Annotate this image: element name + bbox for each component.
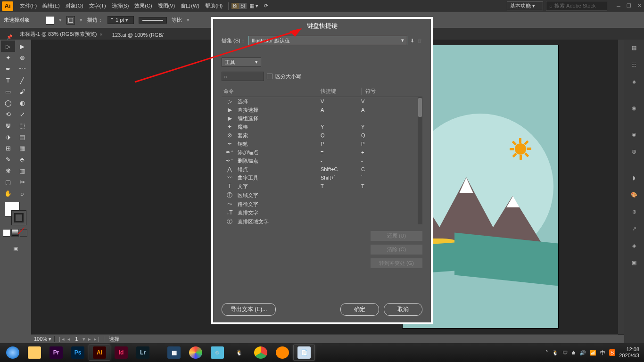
workspace-select[interactable]: 基本功能 ▾ [507,1,543,10]
graph-tool[interactable]: ▥ [15,165,29,176]
shape-builder-tool[interactable]: ⬗ [1,131,15,142]
table-row[interactable]: Ⓣ区域文字 [222,190,422,200]
artboard-tool[interactable]: ▢ [1,176,15,188]
set-select[interactable]: Illustrator 默认值 ▾ [248,36,407,45]
mesh-tool[interactable]: ⊞ [1,142,15,154]
panel-stroke-icon[interactable]: ⊚ [629,206,639,217]
table-row[interactable]: 〰曲率工具Shift+`` [222,173,422,182]
stock-icon[interactable]: St [239,3,246,9]
menu-effect[interactable]: 效果(C) [132,2,155,9]
stroke-weight-input[interactable]: ⌃ 1 pt ▾ [107,16,134,24]
tb-app3[interactable]: ☺ [206,345,228,361]
ok-button[interactable]: 确定 [340,303,379,316]
zoom-select[interactable]: 100% ▾ [31,336,55,342]
line-tool[interactable]: ╱ [15,74,29,86]
tray-qq-icon[interactable]: 🐧 [552,350,559,356]
pin-icon[interactable]: 📌 [7,34,12,40]
paintbrush-tool[interactable]: 🖌 [15,86,29,97]
menu-file[interactable]: 文件(F) [17,2,40,9]
tray-shield-icon[interactable]: 🛡 [562,350,568,355]
tb-notepad[interactable]: 📄 [293,345,315,361]
curvature-tool[interactable]: 〰 [15,63,29,74]
panel-shape-icon[interactable]: ◗ [629,173,639,183]
tray-ime-icon[interactable]: 中 [600,349,605,356]
tray-sogou-icon[interactable]: S [609,349,615,356]
panel-color-icon[interactable]: ◉ [629,129,639,140]
uniform-label[interactable]: 等比 [172,16,182,24]
tb-app2[interactable] [185,345,206,361]
table-row[interactable]: T文字TT [222,182,422,190]
panel-libraries-icon[interactable]: ☷ [629,59,639,70]
table-row[interactable]: ✒钢笔PP [222,140,422,148]
shaper-tool[interactable]: ◯ [1,97,15,108]
tb-lightroom[interactable]: Lr [132,345,154,361]
rotate-tool[interactable]: ⟲ [1,108,15,120]
menu-select[interactable]: 选择(S) [109,2,132,9]
screen-mode[interactable]: ▣ [9,242,22,255]
artboard-nav[interactable]: ❘◂◂1▾▸▸❘ [55,336,104,342]
magic-wand-tool[interactable]: ✦ [1,52,15,63]
scale-tool[interactable]: ⤢ [15,108,29,120]
color-modes[interactable] [1,229,30,237]
fill-swatch[interactable] [46,16,54,25]
menu-edit[interactable]: 编辑(E) [40,2,63,9]
blend-tool[interactable]: ⬘ [15,154,29,165]
type-tool[interactable]: T [1,74,15,86]
tb-photoshop[interactable]: Ps [67,345,89,361]
perspective-tool[interactable]: ▤ [15,131,29,142]
selection-tool[interactable]: ▷ [1,41,15,52]
tb-app4[interactable] [272,345,293,361]
window-close[interactable]: ✕ [636,3,642,9]
table-row[interactable]: ↓T直排文字 [222,208,422,217]
panel-swatches-icon[interactable]: ◍ [629,146,639,156]
match-case-checkbox[interactable] [267,74,272,79]
tb-chrome[interactable] [250,345,272,361]
type-select[interactable]: 工具▾ [222,58,261,67]
menu-type[interactable]: 文字(T) [86,2,109,9]
fill-stroke-swatch[interactable] [5,202,26,225]
tb-qq[interactable]: 🐧 [228,345,250,361]
stroke-swatch[interactable] [66,16,75,25]
window-restore[interactable]: ❐ [626,3,632,9]
save-set-icon[interactable]: ⬇ [410,38,414,44]
panel-export-icon[interactable]: ↗ [629,223,639,234]
table-row[interactable]: ▷选择VV [222,97,422,106]
panel-artboards-icon[interactable]: ▣ [629,257,639,268]
tb-explorer[interactable] [24,345,45,361]
panel-properties-icon[interactable]: ▦ [629,42,639,53]
table-row[interactable]: ▶直接选择AA [222,106,422,114]
zoom-tool[interactable]: ⌕ [15,188,29,199]
menu-object[interactable]: 对象(O) [63,2,86,9]
table-row[interactable]: ▶编组选择 [222,114,422,123]
table-row[interactable]: ✦魔棒YY [222,123,422,131]
tb-illustrator[interactable]: Ai [89,345,110,361]
table-row[interactable]: ✒⁻删除锚点-- [222,156,422,165]
tray-wifi-icon[interactable]: 📶 [590,350,596,356]
shortcut-list[interactable]: ▷选择VV▶直接选择AA▶编组选择✦魔棒YY⊗套索QQ✒钢笔PP✒⁺添加锚点=+… [222,97,422,224]
table-row[interactable]: ⋀锚点Shift+CC [222,165,422,173]
tb-indesign[interactable]: Id [110,345,132,361]
stroke-profile[interactable] [139,17,167,24]
menu-window[interactable]: 窗口(W) [178,2,202,9]
table-row[interactable]: ⊗套索QQ [222,131,422,140]
table-row[interactable]: ✒⁺添加锚点=+ [222,148,422,156]
vertical-scrollbar[interactable] [618,40,624,334]
tray-volume-icon[interactable]: 🔊 [579,350,586,356]
pen-tool[interactable]: ✒ [1,63,15,74]
bridge-icon[interactable]: Br [231,3,239,9]
tray-chevron-icon[interactable]: ˄ [545,350,548,356]
panel-cc-icon[interactable]: ◉ [629,103,639,113]
cancel-button[interactable]: 取消 [384,303,422,316]
width-tool[interactable]: ⋓ [1,120,15,131]
panel-gradient-icon[interactable]: 🎨 [629,189,639,200]
tray-bt-icon[interactable]: ⋔ [571,350,576,356]
free-transform-tool[interactable]: ⬚ [15,120,29,131]
menu-help[interactable]: 帮助(H) [202,2,225,9]
table-row[interactable]: Ⓣ直排区域文字 [222,217,422,224]
gradient-tool[interactable]: ▦ [15,142,29,154]
gpu-icon[interactable]: ⟳ [261,3,271,9]
tray-clock[interactable]: 12:08 2020/4/3 [619,346,639,358]
symbol-sprayer-tool[interactable]: ❋ [1,165,15,176]
direct-selection-tool[interactable]: ▶ [15,41,29,52]
system-tray[interactable]: ˄ 🐧 🛡 ⋔ 🔊 📶 中 S 12:08 2020/4/3 [545,346,642,358]
